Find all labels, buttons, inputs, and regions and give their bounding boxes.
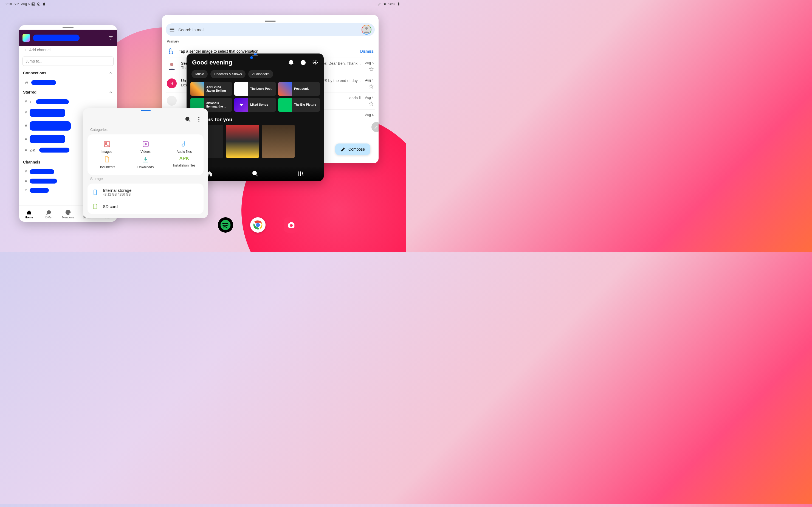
chevron-up-icon <box>109 71 113 75</box>
account-avatar[interactable] <box>361 25 371 35</box>
redacted-text <box>30 169 54 174</box>
category-apk[interactable]: APKInstallation files <box>165 155 204 170</box>
svg-rect-4 <box>398 2 399 3</box>
category-images[interactable]: Images <box>88 139 126 155</box>
status-time: 2:18 <box>5 2 12 6</box>
category-videos[interactable]: Videos <box>126 139 165 155</box>
filter-icon[interactable] <box>108 35 114 41</box>
pen-icon <box>378 2 381 6</box>
shopping-icon <box>42 2 46 6</box>
playlist-tile[interactable]: The Lowe Post <box>234 82 276 96</box>
svg-point-8 <box>314 62 316 63</box>
gear-icon[interactable] <box>312 60 318 66</box>
playlist-tile[interactable]: The Big Picture <box>278 98 320 112</box>
dock-chrome[interactable] <box>250 217 266 233</box>
update-icon <box>37 2 41 6</box>
more-vert-icon[interactable] <box>196 116 202 122</box>
category-audio[interactable]: Audio files <box>165 139 204 155</box>
category-downloads[interactable]: Downloads <box>126 155 165 170</box>
slack-header[interactable] <box>19 30 117 46</box>
spotify-icon <box>220 220 231 230</box>
tab-mentions[interactable]: Mentions <box>58 207 78 222</box>
videos-icon <box>142 140 149 148</box>
section-starred[interactable]: Starred <box>19 87 117 97</box>
redacted-text <box>30 109 65 117</box>
wifi-icon <box>383 2 387 6</box>
search-icon[interactable] <box>185 116 191 122</box>
edit-fab[interactable] <box>371 122 379 132</box>
sender-avatar[interactable]: H <box>167 78 177 88</box>
dismiss-button[interactable]: Dismiss <box>360 49 373 54</box>
documents-icon <box>103 156 111 163</box>
hamburger-icon[interactable] <box>169 26 175 33</box>
files-window[interactable]: Categories Images Videos Audio files Doc… <box>83 108 208 218</box>
pencil-icon <box>374 124 379 129</box>
sender-avatar[interactable] <box>167 61 177 71</box>
playlist-tile[interactable]: Post punk <box>278 82 320 96</box>
search-placeholder: Search in mail <box>178 27 205 32</box>
resize-dot[interactable] <box>250 56 253 59</box>
drag-handle[interactable] <box>265 20 276 22</box>
album-tile[interactable] <box>262 125 295 158</box>
audio-icon <box>181 140 188 148</box>
workspace-icon[interactable] <box>22 34 30 42</box>
tab-dms[interactable]: DMs <box>39 207 58 222</box>
playlist-tile[interactable]: ❤Liked Songs <box>234 98 276 112</box>
tip-text: Tap a sender image to select that conver… <box>179 49 258 54</box>
apk-icon: APK <box>179 156 189 161</box>
search-icon[interactable] <box>252 170 258 177</box>
phone-storage-icon <box>92 189 99 195</box>
mail-date: Aug 4 <box>365 113 373 117</box>
status-date: Sun, Aug 6 <box>13 2 30 6</box>
svg-point-6 <box>170 63 173 66</box>
svg-point-1 <box>33 3 33 4</box>
jump-to-input[interactable]: Jump to... <box>22 57 114 66</box>
downloads-icon <box>142 156 149 163</box>
sender-avatar[interactable] <box>167 96 177 106</box>
star-icon[interactable] <box>369 84 373 89</box>
primary-tab-label[interactable]: Primary <box>166 36 375 45</box>
add-channel-row[interactable]: +Add channel <box>19 46 117 54</box>
star-icon[interactable] <box>369 67 373 72</box>
channel-item[interactable]: #x <box>19 97 117 106</box>
channel-item[interactable] <box>19 78 117 87</box>
chip-audiobooks[interactable]: Audiobooks <box>248 70 273 78</box>
svg-rect-3 <box>398 3 399 5</box>
svg-point-17 <box>198 121 199 122</box>
mail-date: Aug 4 <box>365 96 373 100</box>
storage-label: Storage <box>83 175 208 183</box>
history-icon[interactable] <box>300 60 306 66</box>
tab-home[interactable]: Home <box>19 207 39 222</box>
playlist-tile[interactable]: April 2023 Japan Beijing <box>190 82 232 96</box>
library-icon[interactable] <box>298 170 304 177</box>
svg-point-14 <box>186 117 189 121</box>
drag-handle[interactable] <box>141 110 151 111</box>
search-bar[interactable]: Search in mail <box>166 23 375 36</box>
lock-icon <box>25 81 28 84</box>
chevron-up-icon <box>109 90 113 94</box>
chip-podcasts[interactable]: Podcasts & Shows <box>211 70 245 78</box>
svg-rect-28 <box>290 222 293 224</box>
mail-snippet: anda.li <box>349 96 360 100</box>
dock-camera[interactable] <box>284 217 299 233</box>
star-icon[interactable] <box>369 101 373 106</box>
internal-storage-row[interactable]: Internal storage48.12 GB / 256 GB <box>92 185 199 200</box>
sd-card-row[interactable]: SD card <box>92 200 199 213</box>
redacted-text <box>31 80 56 85</box>
bell-icon[interactable] <box>288 60 294 66</box>
redacted-text <box>30 135 65 143</box>
svg-point-19 <box>105 143 106 144</box>
chip-music[interactable]: Music <box>191 70 208 78</box>
categories-label: Categories <box>83 126 208 134</box>
category-documents[interactable]: Documents <box>88 155 126 170</box>
compose-button[interactable]: Compose <box>335 144 370 155</box>
album-tile[interactable] <box>226 125 259 158</box>
redacted-text <box>30 188 49 193</box>
section-connections[interactable]: Connections <box>19 68 117 78</box>
mail-date: Aug 4 <box>365 78 373 82</box>
battery-icon <box>397 2 401 6</box>
dock-spotify[interactable] <box>218 217 233 233</box>
svg-rect-10 <box>25 82 28 84</box>
redacted-text <box>36 99 69 104</box>
drag-handle[interactable] <box>63 27 73 28</box>
